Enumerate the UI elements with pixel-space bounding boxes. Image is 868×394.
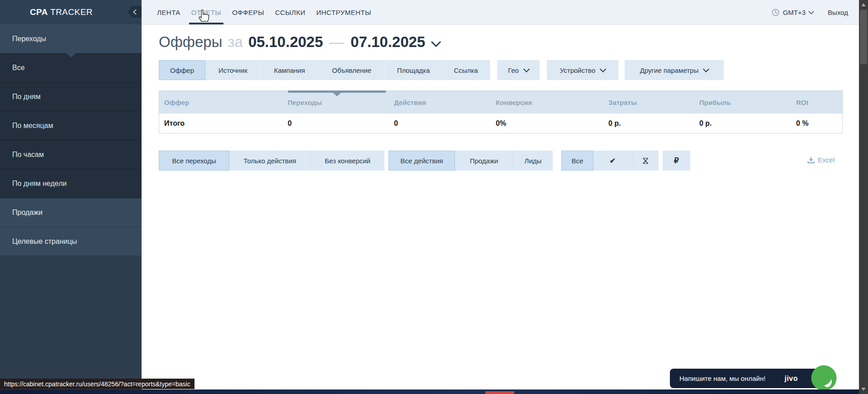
- sidebar-item-label: Целевые страницы: [12, 237, 77, 246]
- tab-offer[interactable]: Оффер: [159, 60, 205, 80]
- sidebar-item-po-mesyatsam[interactable]: По месяцам: [0, 111, 142, 140]
- column-header-perekhody[interactable]: Переходы: [283, 99, 389, 106]
- nav-label: ЛЕНТА: [157, 9, 180, 16]
- totals-conversion: 0%: [491, 119, 603, 128]
- sidebar-item-po-dnyam[interactable]: По дням: [0, 82, 142, 111]
- nav-item-otchety[interactable]: ОТЧЕТЫ: [186, 0, 227, 24]
- page-title: Офферы: [159, 33, 222, 51]
- tab-obyavlenie[interactable]: Объявление: [318, 60, 385, 80]
- tab-ssylka[interactable]: Ссылка: [442, 60, 490, 80]
- logo-rest: TRACKER: [48, 7, 93, 17]
- date-range-chevron-icon[interactable]: [431, 41, 441, 47]
- title-preposition: за: [228, 33, 242, 51]
- excel-label: Excel: [818, 156, 835, 164]
- date-from[interactable]: 05.10.2025: [248, 33, 323, 51]
- timezone-selector[interactable]: GMT+3: [772, 9, 813, 16]
- tab-istochnik[interactable]: Источник: [205, 60, 261, 80]
- logout-link[interactable]: Выход: [828, 9, 848, 16]
- filter-group-transitions: Все переходы Только действия Без конверс…: [159, 151, 384, 171]
- sidebar-item-prodazhi[interactable]: Продажи: [0, 198, 142, 227]
- chat-bubble-button[interactable]: [811, 365, 837, 393]
- tab-label: Оффер: [170, 66, 194, 74]
- column-header-zatraty[interactable]: Затраты: [603, 99, 694, 106]
- nav-label: ИНСТРУМЕНТЫ: [316, 9, 371, 16]
- sidebar-item-label: По месяцам: [12, 122, 53, 130]
- sidebar-item-label: По часам: [12, 151, 44, 159]
- nav-label: ССЫЛКИ: [275, 9, 305, 16]
- dropdown-drugie-parametry[interactable]: Другие параметры: [625, 60, 724, 80]
- filter-prodazhi[interactable]: Продажи: [455, 151, 513, 171]
- totals-row: Итого 0 0 0% 0 р. 0 р. 0 %: [159, 114, 842, 133]
- column-header-roi[interactable]: ROI: [791, 99, 842, 106]
- logo-bold: CPA: [30, 7, 48, 17]
- sidebar-item-tselevye-stranitsy[interactable]: Целевые страницы: [0, 227, 142, 256]
- filter-currency-rub[interactable]: ₽: [663, 151, 690, 171]
- totals-profit: 0 р.: [694, 119, 791, 128]
- sidebar-item-perekhody[interactable]: Переходы: [0, 24, 142, 53]
- column-header-konversiya[interactable]: Конверсия: [491, 99, 603, 106]
- chevron-down-icon: [703, 66, 709, 72]
- sidebar-item-po-dnyam-nedeli[interactable]: По дням недели: [0, 169, 142, 198]
- nav-item-lenta[interactable]: ЛЕНТА: [152, 0, 186, 24]
- dropdown-label: Гео: [508, 66, 519, 74]
- date-to[interactable]: 07.10.2025: [351, 33, 425, 51]
- nav-label: ОФФЕРЫ: [232, 9, 264, 16]
- scroll-up-arrow-icon[interactable]: [861, 3, 866, 6]
- filter-tolko-deystviya[interactable]: Только действия: [229, 151, 311, 171]
- chevron-down-icon: [523, 66, 530, 72]
- scroll-down-arrow-icon[interactable]: [861, 388, 866, 391]
- dimension-tabs: Оффер Источник Кампания Объявление Площа…: [159, 60, 724, 80]
- report-table: Оффер Переходы Действия Конверсия Затрат…: [159, 90, 843, 133]
- filter-vse-deystviya[interactable]: Все действия: [389, 151, 455, 171]
- tab-label: Объявление: [332, 66, 371, 74]
- column-header-deystviya[interactable]: Действия: [389, 99, 491, 106]
- vertical-scrollbar[interactable]: [859, 0, 868, 394]
- dropdown-geo[interactable]: Гео: [497, 60, 540, 80]
- sidebar-item-label: По дням недели: [12, 180, 66, 188]
- dropdown-ustroystvo[interactable]: Устройство: [547, 60, 618, 80]
- chat-bubble-icon: [811, 365, 837, 391]
- tab-label: Площадка: [397, 66, 430, 74]
- nav-item-ssylki[interactable]: ССЫЛКИ: [270, 0, 311, 24]
- excel-export-link[interactable]: Excel: [807, 156, 835, 164]
- filter-status-vse[interactable]: Все: [561, 151, 593, 171]
- filter-label: Без конверсий: [325, 157, 370, 165]
- tab-ploshchadka[interactable]: Площадка: [385, 60, 442, 80]
- sidebar-item-label: Все: [12, 64, 25, 72]
- app-logo[interactable]: CPA TRACKER: [30, 7, 93, 17]
- filter-group-actions: Все действия Продажи Лиды: [389, 151, 553, 171]
- download-icon: [807, 157, 815, 164]
- column-header-offer[interactable]: Оффер: [159, 99, 283, 106]
- clock-icon: [772, 9, 779, 16]
- taskbar-edge: [0, 389, 859, 394]
- filter-group-currency: ₽: [663, 151, 690, 171]
- scrollbar-thumb[interactable]: [860, 10, 867, 64]
- filter-lidy[interactable]: Лиды: [513, 151, 553, 171]
- sidebar-collapse-button[interactable]: [128, 6, 142, 18]
- nav-item-instrumenty[interactable]: ИНСТРУМЕНТЫ: [311, 0, 377, 24]
- nav-item-offery[interactable]: ОФФЕРЫ: [227, 0, 270, 24]
- topbar-right: GMT+3 Выход: [772, 0, 848, 24]
- totals-roi: 0 %: [791, 119, 842, 128]
- topbar: ЛЕНТА ОТЧЕТЫ ОФФЕРЫ ССЫЛКИ ИНСТРУМЕНТЫ G…: [142, 0, 868, 25]
- sidebar-item-vse[interactable]: Все: [0, 53, 142, 82]
- hourglass-icon: ⧖: [642, 155, 649, 166]
- filter-label: Лиды: [525, 157, 542, 165]
- tab-label: Кампания: [274, 66, 305, 74]
- chat-widget[interactable]: Напишите нам, мы онлайн! jivo: [670, 369, 827, 388]
- filter-status-pending[interactable]: ⧖: [632, 151, 659, 171]
- column-header-pribyl[interactable]: Прибыль: [694, 99, 791, 106]
- filter-label: Все: [572, 157, 583, 165]
- logo-bar: CPA TRACKER: [0, 0, 142, 24]
- filter-label: Все переходы: [172, 157, 216, 165]
- tab-kampaniya[interactable]: Кампания: [261, 60, 318, 80]
- tab-label: Источник: [218, 66, 247, 74]
- totals-actions: 0: [389, 119, 491, 128]
- filter-bez-konversiy[interactable]: Без конверсий: [311, 151, 384, 171]
- filter-bar: Все переходы Только действия Без конверс…: [159, 151, 690, 171]
- filter-status-approved[interactable]: ✔: [593, 151, 632, 171]
- filter-label: Продажи: [470, 157, 498, 165]
- filter-vse-perekhody[interactable]: Все переходы: [159, 151, 229, 171]
- dropdown-label: Устройство: [560, 66, 595, 74]
- sidebar-item-po-chasam[interactable]: По часам: [0, 140, 142, 169]
